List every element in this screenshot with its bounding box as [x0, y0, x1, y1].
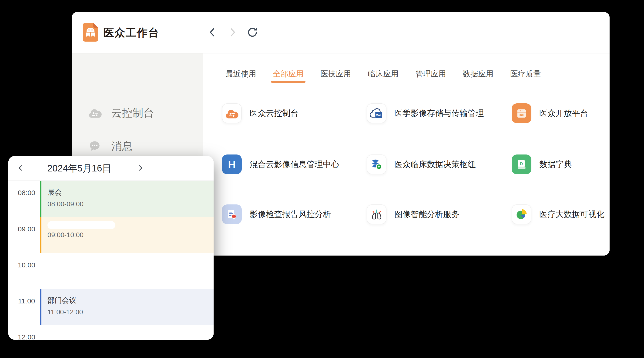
window-header: 医众工作台 [72, 12, 610, 53]
time-gutter-divider [40, 181, 40, 340]
svg-text:Mos: Mos [376, 113, 381, 117]
app-label: 混合云影像信息管理中心 [250, 159, 339, 170]
cloud-settings-icon [88, 107, 102, 119]
tab-divider [214, 83, 602, 83]
calendar-prev-button[interactable] [14, 156, 28, 180]
app-open-platform[interactable]: </> 医众开放平台 [512, 103, 588, 123]
event-title: 晨会 [48, 187, 214, 197]
back-icon [209, 27, 216, 38]
app-label: 影像检查报告风控分析 [250, 209, 331, 220]
app-label: 医学影像存储与传输管理 [394, 108, 484, 119]
svg-text:D: D [520, 161, 523, 166]
lungs-icon [367, 204, 386, 224]
calendar-date-label: 2024年5月16日 [43, 156, 116, 180]
letter-h-icon: H [222, 155, 242, 174]
redacted-event-title [48, 221, 116, 229]
time-label: 08:00 [13, 189, 40, 197]
hour-row-1200: 12:00 [8, 325, 214, 340]
time-label: 12:00 [13, 333, 40, 340]
app-big-data-visualization[interactable]: 医疗大数据可视化 [512, 204, 604, 224]
time-label: 09:00 [13, 225, 40, 233]
sidebar-item-label: 云控制台 [111, 106, 154, 120]
cloud-sliders-icon [222, 103, 242, 123]
app-imaging-storage[interactable]: Mos 医学影像存储与传输管理 [367, 103, 484, 123]
svg-text:</>: </> [519, 113, 524, 117]
time-label: 11:00 [13, 297, 40, 305]
nav-back-button[interactable] [208, 27, 217, 38]
event-time: 09:00-10:00 [48, 231, 214, 239]
tab-quality[interactable]: 医疗质量 [510, 69, 541, 83]
dictionary-book-icon: D [512, 155, 532, 174]
hour-row-1000: 10:00 [8, 253, 214, 289]
sidebar-item-messages[interactable]: 消息 [88, 139, 132, 154]
report-alert-icon [222, 204, 242, 224]
calendar-header: 2024年5月16日 [8, 156, 214, 181]
content-area: 最近使用 全部应用 医技应用 临床应用 管理应用 数据应用 医疗质量 [203, 53, 610, 256]
calendar-popup: 2024年5月16日 08:00 09:00 10:00 11:00 12:00 [8, 156, 214, 340]
tab-bar: 最近使用 全部应用 医技应用 临床应用 管理应用 数据应用 医疗质量 [226, 69, 541, 83]
app-label: 医疗大数据可视化 [539, 209, 604, 220]
pie-chart-icon [512, 204, 532, 224]
tab-clinical[interactable]: 临床应用 [368, 69, 398, 83]
refresh-icon [247, 27, 258, 38]
page-background: 医众工作台 [0, 0, 644, 358]
app-label: 图像智能分析服务 [394, 209, 460, 220]
window-title: 医众工作台 [103, 23, 159, 42]
app-clinical-data-hub[interactable]: 医众临床数据决策枢纽 [367, 155, 476, 174]
app-image-ai-service[interactable]: 图像智能分析服务 [367, 204, 460, 224]
app-logo-icon [83, 23, 98, 42]
app-label: 医众云控制台 [250, 108, 298, 119]
app-label: 医众开放平台 [539, 108, 588, 119]
app-hybrid-cloud-center[interactable]: H 混合云影像信息管理中心 [222, 155, 339, 174]
mos-cloud-icon: Mos [367, 103, 386, 123]
nav-refresh-button[interactable] [248, 27, 257, 38]
calendar-next-button[interactable] [134, 156, 148, 180]
code-window-icon: </> [512, 103, 532, 123]
nav-forward-button[interactable] [228, 27, 237, 38]
event-department-meeting[interactable]: 部门会议 11:00-12:00 [40, 289, 214, 325]
app-label: 数据字典 [539, 159, 572, 170]
time-label: 10:00 [13, 261, 40, 269]
app-cloud-console[interactable]: 医众云控制台 [222, 103, 298, 123]
app-label: 医众临床数据决策枢纽 [394, 159, 476, 170]
app-data-dictionary[interactable]: D 数据字典 [512, 155, 572, 174]
database-plus-icon [367, 155, 386, 174]
chevron-left-icon [18, 165, 24, 172]
event-time: 08:00-09:00 [48, 200, 214, 208]
tab-data[interactable]: 数据应用 [463, 69, 494, 83]
chevron-right-icon [138, 165, 144, 172]
tab-medtech[interactable]: 医技应用 [320, 69, 351, 83]
forward-icon [229, 27, 236, 38]
sidebar-item-cloud-console[interactable]: 云控制台 [88, 106, 154, 121]
tab-all-apps[interactable]: 全部应用 [273, 69, 304, 83]
tab-management[interactable]: 管理应用 [415, 69, 446, 83]
event-time: 11:00-12:00 [48, 308, 214, 316]
message-bubble-icon [88, 140, 102, 152]
nav-controls [208, 23, 257, 42]
tab-recent[interactable]: 最近使用 [226, 69, 256, 83]
glyph-letter: H [228, 158, 236, 171]
event-morning-meeting[interactable]: 晨会 08:00-09:00 [40, 181, 214, 217]
event-hidden-title[interactable]: 09:00-10:00 [40, 217, 214, 253]
sidebar-item-label: 消息 [111, 139, 132, 154]
calendar-day-view: 08:00 09:00 10:00 11:00 12:00 晨会 08:00-0… [8, 181, 214, 340]
event-title: 部门会议 [48, 296, 214, 305]
app-report-risk-analysis[interactable]: 影像检查报告风控分析 [222, 204, 331, 224]
